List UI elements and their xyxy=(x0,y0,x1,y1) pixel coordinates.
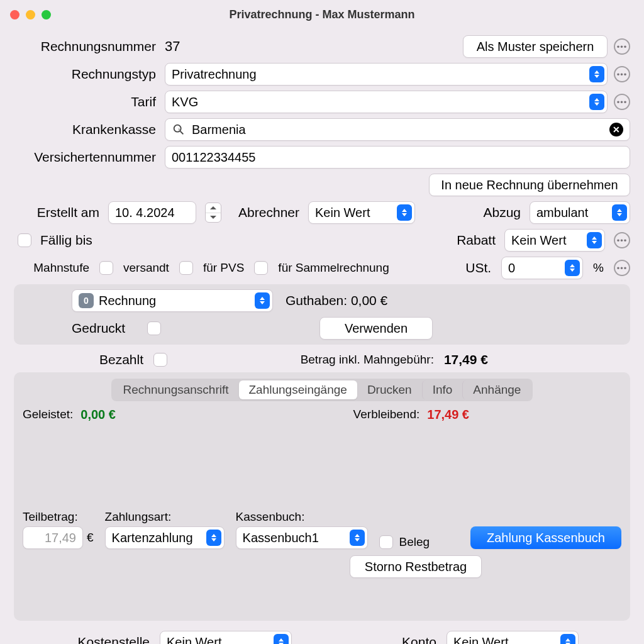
fuer-pvs-checkbox[interactable] xyxy=(179,261,193,275)
abrechner-select[interactable]: Kein Wert xyxy=(308,201,415,224)
badge-zero-icon: 0 xyxy=(79,293,94,308)
tab-drucken[interactable]: Drucken xyxy=(357,380,422,399)
chevron-updown-icon xyxy=(206,530,221,546)
label-verbleibend: Verbleibend: xyxy=(353,408,420,422)
rabatt-value: Kein Wert xyxy=(511,233,566,248)
clear-icon[interactable]: ✕ xyxy=(609,123,623,136)
erstellt-am-input[interactable]: 10. 4.2024 xyxy=(108,201,196,224)
rechnungstyp-value: Privatrechnung xyxy=(172,67,257,82)
svg-point-0 xyxy=(174,125,181,132)
label-tarif: Tarif xyxy=(14,94,165,109)
svg-line-1 xyxy=(180,131,184,135)
label-teilbetrag: Teilbetrag: xyxy=(23,510,94,524)
label-abzug: Abzug xyxy=(483,205,521,220)
tab-zahlungseingaenge[interactable]: Zahlungseingänge xyxy=(239,380,357,399)
versichertennummer-value: 001122334455 xyxy=(172,150,255,165)
chevron-updown-icon xyxy=(274,634,289,644)
label-zahlungsart: Zahlungsart: xyxy=(105,510,225,524)
tarif-select[interactable]: KVG xyxy=(165,91,608,113)
label-fuer-pvs: für PVS xyxy=(203,261,244,275)
titlebar: Privatrechnung - Max Mustermann xyxy=(0,0,644,29)
konto-select[interactable]: Kein Wert xyxy=(447,631,579,644)
label-mahnstufe: Mahnstufe xyxy=(14,261,89,275)
more-tarif[interactable]: ••• xyxy=(614,94,630,110)
in-neue-rechnung-button[interactable]: In neue Rechnung übernehmen xyxy=(429,174,630,196)
chevron-updown-icon xyxy=(589,66,604,82)
label-versichertennummer: Versichertennummer xyxy=(14,150,165,165)
tab-bar: Rechnungsanschrift Zahlungseingänge Druc… xyxy=(111,379,533,401)
kassenbuch-value: Kassenbuch1 xyxy=(243,531,319,545)
chevron-updown-icon xyxy=(587,232,602,248)
als-muster-speichern-button[interactable]: Als Muster speichern xyxy=(463,35,608,58)
chevron-updown-icon xyxy=(612,204,627,221)
zahlungsart-select[interactable]: Kartenzahlung xyxy=(105,526,225,549)
storno-restbetrag-button[interactable]: Storno Restbetrag xyxy=(350,555,482,578)
teilbetrag-input[interactable]: 17,49 xyxy=(23,526,83,549)
fuer-sammel-checkbox[interactable] xyxy=(254,261,268,275)
krankenkasse-search-input[interactable]: Barmenia ✕ xyxy=(165,118,630,141)
zahlungsart-value: Kartenzahlung xyxy=(112,531,193,545)
label-faellig-bis: Fällig bis xyxy=(40,233,92,248)
chevron-updown-icon xyxy=(350,530,365,546)
ust-select[interactable]: 0 xyxy=(501,257,583,279)
tab-rechnungsanschrift[interactable]: Rechnungsanschrift xyxy=(113,380,239,399)
abzug-value: ambulant xyxy=(536,206,588,220)
kostenstelle-value: Kein Wert xyxy=(167,635,221,645)
konto-value: Kein Wert xyxy=(453,635,508,645)
value-betrag-mg: 17,49 € xyxy=(444,352,488,367)
euro-sign: € xyxy=(87,531,94,545)
window-title: Privatrechnung - Max Mustermann xyxy=(229,8,414,21)
more-rechnungstyp[interactable]: ••• xyxy=(614,66,630,82)
label-fuer-sammel: für Sammelrechnung xyxy=(278,261,389,275)
search-icon xyxy=(172,123,186,136)
chevron-updown-icon xyxy=(560,634,575,644)
label-konto: Konto xyxy=(402,635,436,644)
dokument-value: Rechnung xyxy=(99,294,156,308)
label-kostenstelle: Kostenstelle xyxy=(18,635,150,644)
gedruckt-checkbox[interactable] xyxy=(147,321,161,335)
chevron-updown-icon xyxy=(397,204,412,221)
label-percent: % xyxy=(593,261,604,275)
kassenbuch-select[interactable]: Kassenbuch1 xyxy=(236,526,368,549)
label-gedruckt: Gedruckt xyxy=(72,321,137,336)
tab-info[interactable]: Info xyxy=(422,380,463,399)
value-geleistet: 0,00 € xyxy=(80,408,116,422)
label-bezahlt: Bezahlt xyxy=(99,352,143,367)
zahlung-kassenbuch-button[interactable]: Zahlung Kassenbuch xyxy=(470,526,621,549)
label-ust: USt. xyxy=(465,260,491,275)
more-ust[interactable]: ••• xyxy=(614,260,630,276)
label-guthaben: Guthaben: 0,00 € xyxy=(286,293,387,308)
label-rechnungstyp: Rechnungstyp xyxy=(14,67,165,82)
krankenkasse-value: Barmenia xyxy=(192,123,246,137)
kostenstelle-select[interactable]: Kein Wert xyxy=(160,631,292,644)
beleg-checkbox[interactable] xyxy=(379,535,393,549)
close-window-button[interactable] xyxy=(10,10,19,19)
verwenden-button[interactable]: Verwenden xyxy=(319,317,433,340)
traffic-lights xyxy=(10,10,51,19)
abzug-select[interactable]: ambulant xyxy=(530,201,630,224)
tab-anhaenge[interactable]: Anhänge xyxy=(462,380,531,399)
more-rechnungsnummer[interactable]: ••• xyxy=(614,38,630,55)
versichertennummer-input[interactable]: 001122334455 xyxy=(165,146,630,169)
faellig-bis-checkbox[interactable] xyxy=(18,233,31,247)
dokument-panel: 0 Rechnung Guthaben: 0,00 € Gedruckt Ver… xyxy=(14,284,630,345)
label-geleistet: Geleistet: xyxy=(23,408,73,422)
value-rechnungsnummer: 37 xyxy=(165,38,180,55)
ust-value: 0 xyxy=(508,261,515,275)
more-rabatt[interactable]: ••• xyxy=(614,232,630,248)
zoom-window-button[interactable] xyxy=(42,10,51,19)
minimize-window-button[interactable] xyxy=(26,10,35,19)
date-stepper[interactable] xyxy=(205,203,221,223)
rabatt-select[interactable]: Kein Wert xyxy=(504,229,605,252)
label-betrag-mg: Betrag inkl. Mahngebühr: xyxy=(301,353,434,367)
label-beleg: Beleg xyxy=(399,535,430,549)
versandt-checkbox[interactable] xyxy=(99,261,113,275)
label-rechnungsnummer: Rechnungsnummer xyxy=(14,39,165,54)
zahlungen-panel: Rechnungsanschrift Zahlungseingänge Druc… xyxy=(14,372,630,621)
dokument-select[interactable]: 0 Rechnung xyxy=(72,289,273,312)
chevron-updown-icon xyxy=(565,260,580,276)
label-erstellt-am: Erstellt am xyxy=(14,205,99,220)
label-abrechner: Abrechner xyxy=(230,205,299,220)
bezahlt-checkbox[interactable] xyxy=(153,353,167,367)
rechnungstyp-select[interactable]: Privatrechnung xyxy=(165,63,608,86)
